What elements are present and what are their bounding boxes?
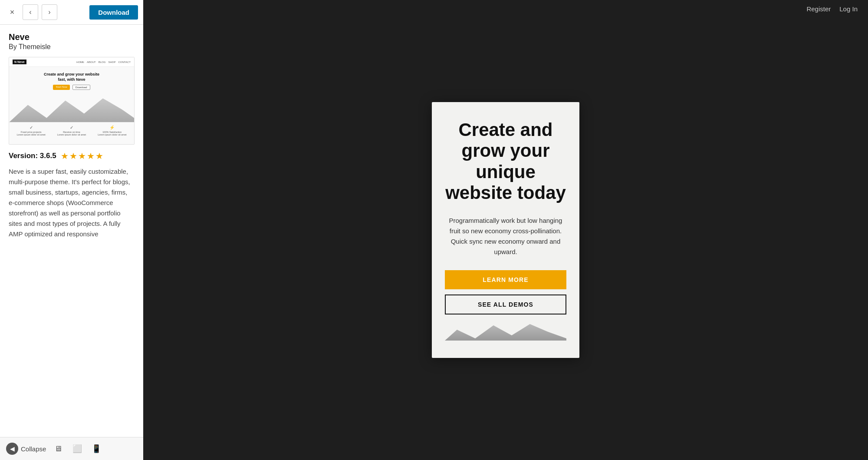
star-1: ★ [61, 151, 69, 161]
mock-buttons: Start Now Download [13, 85, 131, 90]
mock-feature-1: ✓ Fixed price projects Lorem ipsum dolor… [16, 125, 45, 136]
sidebar: × ‹ › Download Neve By Themeisle N Neve … [0, 0, 143, 460]
mock-mountain [9, 96, 134, 122]
version-rating: Version: 3.6.5 ★ ★ ★ ★ ★ [9, 151, 135, 161]
theme-author: By Themeisle [9, 43, 135, 51]
sidebar-content: Neve By Themeisle N Neve HOME ABOUT BLOG… [0, 25, 143, 437]
collapse-button[interactable]: ◀ Collapse [6, 443, 46, 455]
tablet-view-button[interactable]: ⬜ [70, 442, 84, 456]
see-all-demos-button[interactable]: SEE ALL DEMOS [445, 295, 566, 314]
mock-features: ✓ Fixed price projects Lorem ipsum dolor… [9, 122, 134, 139]
sidebar-header: × ‹ › Download [0, 0, 143, 25]
preview-subtext: Programmatically work but low hanging fr… [445, 215, 566, 257]
next-button[interactable]: › [42, 4, 57, 20]
collapse-label: Collapse [21, 445, 46, 453]
mock-nav-links: HOME ABOUT BLOG SHOP CONTACT [76, 61, 131, 63]
mock-feature-2: ✓ Receive on time Lorem ipsum dolor sit … [57, 125, 86, 136]
mock-preview: N Neve HOME ABOUT BLOG SHOP CONTACT Crea… [9, 57, 134, 144]
theme-preview-card: Create and grow your unique website toda… [432, 102, 579, 358]
mock-feature-3: ⚡ 100% Satisfaction Lorem ipsum dolor si… [98, 125, 126, 136]
desktop-view-button[interactable]: 🖥 [51, 442, 65, 456]
star-rating: ★ ★ ★ ★ ★ [61, 151, 103, 161]
download-button[interactable]: Download [89, 5, 138, 20]
star-5: ★ [95, 151, 103, 161]
preview-headline: Create and grow your unique website toda… [445, 119, 566, 203]
version-text: Version: 3.6.5 [9, 152, 56, 160]
prev-button[interactable]: ‹ [23, 4, 38, 20]
mock-hero: Create and grow your websitefast, with N… [9, 67, 134, 96]
login-link[interactable]: Log In [839, 5, 858, 13]
mock-logo: N Neve [13, 60, 26, 64]
mock-nav: N Neve HOME ABOUT BLOG SHOP CONTACT [9, 57, 134, 67]
star-2: ★ [69, 151, 77, 161]
preview-mountain-decoration [445, 323, 566, 341]
sidebar-footer: ◀ Collapse 🖥 ⬜ 📱 [0, 437, 143, 460]
star-4: ★ [87, 151, 95, 161]
collapse-arrow-icon: ◀ [6, 443, 18, 455]
close-button[interactable]: × [5, 5, 19, 19]
star-3: ★ [78, 151, 86, 161]
learn-more-button[interactable]: LEARN MORE [445, 270, 566, 289]
theme-description: Neve is a super fast, easily customizabl… [9, 166, 135, 239]
theme-screenshot: N Neve HOME ABOUT BLOG SHOP CONTACT Crea… [9, 57, 135, 145]
mobile-view-button[interactable]: 📱 [89, 442, 103, 456]
preview-area: Create and grow your unique website toda… [143, 0, 868, 460]
theme-name: Neve [9, 32, 135, 42]
register-link[interactable]: Register [806, 5, 831, 13]
top-bar: Register Log In [796, 0, 868, 18]
